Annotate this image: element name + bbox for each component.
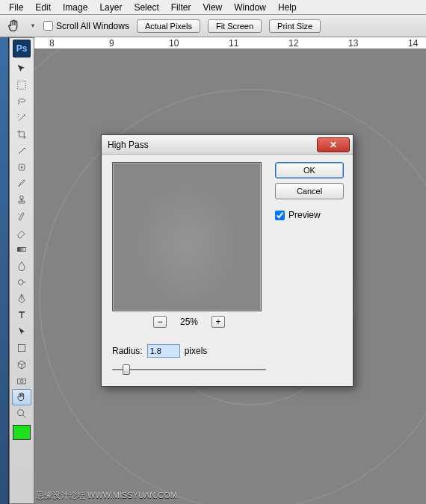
blur-tool-icon[interactable] [12,258,31,274]
type-tool-icon[interactable] [12,307,31,323]
foreground-color-swatch[interactable] [13,425,31,440]
preview-label: Preview [288,210,321,220]
scroll-all-checkbox[interactable] [43,21,53,31]
move-tool-icon[interactable] [12,60,31,77]
ok-button[interactable]: OK [275,162,344,178]
path-select-tool-icon[interactable] [12,323,31,340]
print-size-button[interactable]: Print Size [269,19,321,33]
eraser-tool-icon[interactable] [12,225,31,241]
dodge-tool-icon[interactable] [12,274,31,290]
wand-tool-icon[interactable] [12,110,31,126]
left-column: Ps [0,37,34,504]
radius-unit: pixels [185,346,208,356]
close-icon: ✕ [330,140,337,150]
dialog-body: − 25% + Radius: pixels OK Cancel Preview [102,155,353,386]
menu-window[interactable]: Window [228,1,272,14]
close-button[interactable]: ✕ [317,137,350,152]
ruler-mark: 10 [169,38,179,49]
gradient-tool-icon[interactable] [12,241,31,258]
ruler-mark: 14 [408,38,418,49]
zoom-tool-icon[interactable] [12,405,31,422]
zoom-in-button[interactable]: + [212,316,225,328]
dialog-title: High Pass [108,140,149,150]
menu-layer[interactable]: Layer [93,1,128,14]
marquee-tool-icon[interactable] [12,77,31,93]
tools-panel: Ps [9,37,34,504]
menu-bar: File Edit Image Layer Select Filter View… [0,0,426,15]
horizontal-ruler: 8 9 10 11 12 13 14 [34,37,426,49]
menu-file[interactable]: File [3,1,29,14]
preview-checkbox[interactable] [275,211,285,220]
menu-view[interactable]: View [197,1,228,14]
ruler-mark: 13 [348,38,358,49]
shape-tool-icon[interactable] [12,340,31,356]
minus-icon: − [157,317,162,326]
plus-icon: + [216,317,221,326]
radius-label: Radius: [112,346,143,356]
ps-logo-icon: Ps [13,40,31,57]
3d-tool-icon[interactable] [12,356,31,373]
slider-thumb[interactable] [123,364,130,375]
radius-row: Radius: pixels [112,344,266,358]
menu-image[interactable]: Image [57,1,93,14]
menu-filter[interactable]: Filter [165,1,197,14]
options-bar: ▼ Scroll All Windows Actual Pixels Fit S… [0,15,426,37]
high-pass-dialog: High Pass ✕ − 25% + Radius: pixels OK [101,134,354,387]
menu-select[interactable]: Select [128,1,164,14]
hand-tool-icon [6,19,22,33]
slider-track [112,369,266,370]
preview-checkbox-row[interactable]: Preview [275,210,344,220]
menu-edit[interactable]: Edit [29,1,57,14]
radius-slider[interactable] [112,364,266,376]
dialog-titlebar[interactable]: High Pass ✕ [102,135,353,155]
brush-tool-icon[interactable] [12,175,31,192]
eyedropper-tool-icon[interactable] [12,143,31,159]
watermark-text: 思缘设计论坛 WWW.MISSYUAN.COM [36,490,177,501]
zoom-out-button[interactable]: − [153,316,167,328]
history-brush-tool-icon[interactable] [12,208,31,225]
fit-screen-button[interactable]: Fit Screen [208,19,262,33]
actual-pixels-button[interactable]: Actual Pixels [137,19,200,33]
camera-tool-icon[interactable] [12,373,31,389]
crop-tool-icon[interactable] [12,126,31,143]
ruler-mark: 8 [49,38,55,49]
healing-tool-icon[interactable] [12,159,31,175]
svg-rect-2 [18,247,26,251]
scroll-all-windows-checkbox[interactable]: Scroll All Windows [43,21,129,31]
ruler-mark: 12 [288,38,298,49]
hand-tool-icon[interactable] [12,389,31,405]
pen-tool-icon[interactable] [12,290,31,307]
dropdown-arrow-icon[interactable]: ▼ [30,22,36,29]
radius-input[interactable] [147,344,180,358]
panel-tab[interactable] [0,37,9,504]
lasso-tool-icon[interactable] [12,93,31,110]
zoom-percent: 25% [180,317,198,327]
svg-point-3 [18,280,23,285]
svg-rect-0 [18,81,26,90]
dialog-left-pane: − 25% + Radius: pixels [112,162,266,376]
filter-preview[interactable] [112,162,262,311]
svg-point-7 [18,410,24,416]
svg-rect-4 [18,344,25,351]
ruler-mark: 11 [229,38,238,49]
menu-help[interactable]: Help [272,1,303,14]
scroll-all-label: Scroll All Windows [56,21,129,31]
cancel-button[interactable]: Cancel [275,183,344,199]
dialog-right-pane: OK Cancel Preview [275,162,344,376]
ruler-mark: 9 [109,38,114,49]
zoom-row: − 25% + [112,316,266,328]
stamp-tool-icon[interactable] [12,192,31,208]
svg-point-6 [20,380,23,383]
